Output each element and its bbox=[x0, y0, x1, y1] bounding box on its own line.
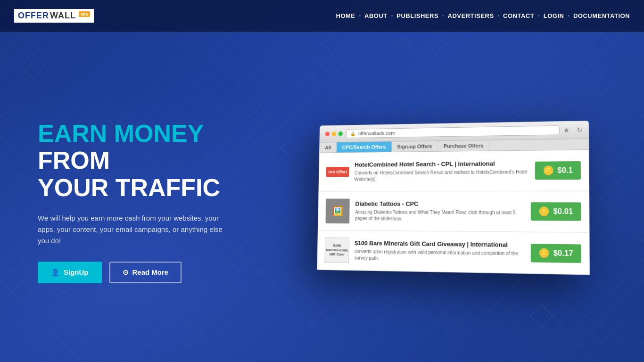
browser-frame: 🔒 offerwallads.com ★ ↻ All CPC/Search Of… bbox=[317, 120, 590, 275]
hero-title-highlight: EARN MONEY bbox=[38, 120, 204, 147]
offer-3-desc: converts upon registration with valid pe… bbox=[355, 248, 525, 263]
nav-about[interactable]: ABOUT bbox=[364, 12, 388, 19]
offer-2-desc: Amazing Diabetes Tattoos and What They M… bbox=[355, 208, 525, 222]
logo-ads-badge: ads bbox=[79, 11, 90, 17]
offer-3-image: $100bareMineralsGift Card bbox=[324, 237, 349, 263]
nav-dot-5: • bbox=[538, 13, 540, 18]
header: OFFER WALL ads HOME • ABOUT • PUBLISHERS… bbox=[0, 0, 644, 32]
readmore-button[interactable]: ⊙ Read More bbox=[109, 262, 182, 283]
offers-table: Hot Offer! HotelCombined Hotel Search - … bbox=[317, 150, 589, 274]
nav-dot-2: • bbox=[391, 13, 393, 18]
main-nav: HOME • ABOUT • PUBLISHERS • ADVERTISERS … bbox=[336, 12, 630, 19]
hero-content: EARN MONEY FROMYOUR TRAFFIC We will help… bbox=[38, 111, 273, 283]
nav-contact[interactable]: CONTACT bbox=[503, 12, 534, 19]
nav-publishers[interactable]: PUBLISHERS bbox=[396, 12, 438, 19]
nav-dot-6: • bbox=[568, 13, 570, 18]
browser-url: offerwallads.com bbox=[358, 130, 395, 136]
nav-home[interactable]: HOME bbox=[336, 12, 355, 19]
dot-red bbox=[325, 132, 330, 136]
offer-2-info: Diabetic Tattoos - CPC Amazing Diabetes … bbox=[355, 200, 525, 222]
offer-2-price-value: $0.01 bbox=[553, 207, 573, 216]
coin-icon-3: 🪙 bbox=[538, 247, 549, 258]
coin-icon-1: 🪙 bbox=[543, 165, 553, 176]
hero-description: We will help you earn more cash from you… bbox=[38, 213, 236, 247]
hero-buttons: 👤 SignUp ⊙ Read More bbox=[38, 262, 273, 283]
browser-mockup: 🔒 offerwallads.com ★ ↻ All CPC/Search Of… bbox=[317, 120, 590, 275]
hero-image-area: 🔒 offerwallads.com ★ ↻ All CPC/Search Of… bbox=[292, 123, 606, 272]
tab-cpc-search[interactable]: CPC/Search Offers bbox=[337, 141, 392, 152]
logo-box: OFFER WALL ads bbox=[14, 9, 94, 23]
nav-dot-3: • bbox=[442, 13, 444, 18]
star-icon: ★ bbox=[563, 126, 570, 133]
nav-dot-1: • bbox=[359, 13, 361, 18]
browser-address-bar: 🔒 offerwallads.com bbox=[346, 125, 559, 138]
address-icon: 🔒 bbox=[350, 131, 355, 136]
offer-1-name: HotelCombined Hotel Search - CPL | Inter… bbox=[355, 159, 529, 168]
offer-1-price-value: $0.1 bbox=[558, 166, 573, 175]
hero-title-rest: FROMYOUR TRAFFIC bbox=[38, 147, 220, 201]
browser-dots bbox=[325, 131, 343, 136]
offer-2-price[interactable]: 🪙 $0.01 bbox=[531, 202, 581, 221]
offer-row: $100bareMineralsGift Card $100 Bare Mine… bbox=[317, 230, 589, 274]
offer-2-name: Diabetic Tattoos - CPC bbox=[355, 200, 525, 207]
offer-1-info: HotelCombined Hotel Search - CPL | Inter… bbox=[354, 159, 529, 182]
tab-all[interactable]: All bbox=[320, 142, 337, 153]
offer-1-price[interactable]: 🪙 $0.1 bbox=[535, 161, 581, 179]
coin-icon-2: 🪙 bbox=[538, 206, 549, 217]
hot-offer-badge: Hot Offer! bbox=[326, 166, 349, 177]
dot-green bbox=[338, 131, 342, 136]
offer-row: Hot Offer! HotelCombined Hotel Search - … bbox=[319, 150, 589, 191]
logo[interactable]: OFFER WALL ads bbox=[14, 9, 94, 23]
nav-login[interactable]: LOGIN bbox=[544, 12, 564, 19]
user-icon: 👤 bbox=[51, 268, 60, 277]
dot-yellow bbox=[332, 132, 336, 136]
tab-purchase-offers[interactable]: Purchase Offers bbox=[438, 140, 489, 151]
circle-arrow-icon: ⊙ bbox=[123, 268, 129, 277]
nav-documentation[interactable]: DOCUMENTATION bbox=[573, 12, 630, 19]
offer-3-price-value: $0.17 bbox=[553, 248, 573, 257]
offer-3-price[interactable]: 🪙 $0.17 bbox=[531, 243, 581, 263]
logo-offer-text: OFFER bbox=[18, 11, 49, 21]
offer-1-desc: Converts on HotelsCombined Search Result… bbox=[354, 168, 529, 182]
offer-3-name: $100 Bare Minerals Gift Card Giveaway | … bbox=[355, 239, 525, 248]
offer-2-image: 🖼️ bbox=[325, 198, 350, 223]
signup-button[interactable]: 👤 SignUp bbox=[38, 262, 102, 283]
refresh-icon: ↻ bbox=[577, 126, 583, 133]
tab-signup-offers[interactable]: Sign-up Offers bbox=[392, 141, 438, 152]
offer-row: 🖼️ Diabetic Tattoos - CPC Amazing Diabet… bbox=[318, 191, 589, 232]
offer-3-info: $100 Bare Minerals Gift Card Giveaway | … bbox=[355, 239, 525, 264]
readmore-label: Read More bbox=[132, 268, 169, 276]
hero-title: EARN MONEY FROMYOUR TRAFFIC bbox=[38, 120, 273, 201]
logo-wall-text: WALL bbox=[50, 11, 76, 21]
nav-dot-4: • bbox=[498, 13, 500, 18]
signup-label: SignUp bbox=[64, 268, 89, 276]
hero-section: EARN MONEY FROMYOUR TRAFFIC We will help… bbox=[0, 32, 644, 362]
nav-advertisers[interactable]: ADVERTISERS bbox=[448, 12, 494, 19]
